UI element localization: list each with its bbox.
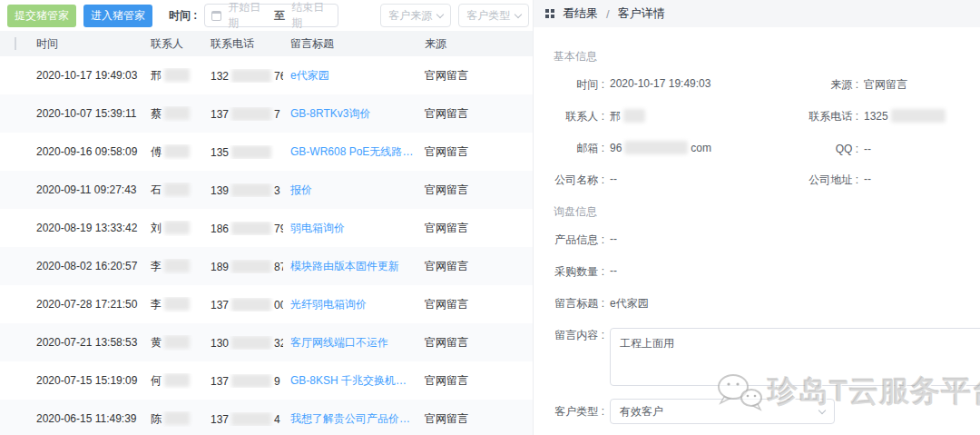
row-message-title-link[interactable]: e代家园 (283, 68, 417, 84)
redacted-phone (231, 69, 271, 83)
customer-source-label: 客户来源 (388, 8, 432, 24)
section-inquiry-info: 询盘信息 (554, 204, 980, 220)
redacted-name (164, 144, 190, 158)
customer-type-select[interactable]: 有效客户 (610, 399, 835, 424)
submit-butler-button[interactable]: 提交猪管家 (7, 5, 76, 27)
redacted-phone (231, 183, 271, 197)
section-basic-info: 基本信息 (554, 49, 980, 64)
table-row[interactable]: 2020-10-07 15:39:11 蔡 1377 GB-8RTKv3询价 官… (0, 94, 533, 133)
row-time: 2020-07-21 13:58:53 (29, 336, 143, 349)
row-time: 2020-09-11 09:27:43 (29, 183, 143, 196)
purchase-quantity-value: -- (610, 264, 617, 277)
row-source: 官网留言 (417, 373, 533, 389)
row-phone: 135 (203, 145, 283, 159)
table-header-row: 时间 联系人 联系电话 留言标题 来源 (0, 31, 533, 56)
redacted-email (624, 141, 688, 154)
row-time: 2020-10-07 15:39:11 (29, 107, 143, 120)
email-label: 邮箱 : (554, 141, 604, 156)
table-row[interactable]: 2020-06-15 11:49:39 陈 1374 我想了解贵公司产品价格方面… (0, 400, 533, 435)
row-phone: 130324 (203, 336, 283, 350)
table-row[interactable]: 2020-10-17 19:49:03 邢 13276 e代家园 官网留言 (0, 56, 533, 94)
redacted-phone (891, 109, 946, 123)
row-message-title-link[interactable]: 弱电箱询价 (283, 221, 417, 236)
phone-value: 1325 (864, 109, 948, 123)
row-message-title-link[interactable]: 客厅网线端口不运作 (283, 335, 417, 351)
row-message-title-link[interactable]: 报价 (283, 183, 417, 198)
customer-type-label: 客户类型 : (554, 404, 604, 420)
row-contact: 李 (143, 259, 203, 274)
row-time: 2020-06-15 11:49:39 (29, 412, 143, 425)
date-range-input[interactable]: 开始日期 至 结束日期 (204, 4, 338, 27)
row-message-title-link[interactable]: GB-8RTKv3询价 (283, 106, 417, 122)
redacted-name (164, 68, 190, 82)
row-phone: 18987 (203, 260, 283, 273)
customer-source-dropdown[interactable]: 客户来源 (380, 4, 451, 27)
row-phone: 13700 (203, 298, 283, 311)
redacted-name (164, 106, 190, 120)
row-phone: 1377 (203, 107, 283, 121)
table-row[interactable]: 2020-07-21 13:58:53 黄 130324 客厅网线端口不运作 官… (0, 323, 533, 361)
detail-breadcrumb-bar: 看结果 / 客户详情 (534, 0, 980, 27)
row-message-title-link[interactable]: 我想了解贵公司产品价格方面的问... (283, 411, 417, 427)
redacted-phone (231, 412, 271, 426)
redacted-name (164, 297, 190, 311)
message-content-textarea[interactable]: 工程上面用 (610, 328, 980, 386)
row-source: 官网留言 (417, 221, 533, 236)
row-contact: 李 (143, 297, 203, 312)
end-date-placeholder[interactable]: 结束日期 (291, 0, 331, 31)
row-contact: 刘 (143, 221, 203, 236)
time-label: 时间 : (554, 77, 604, 93)
redacted-phone (231, 260, 271, 273)
table-row[interactable]: 2020-08-19 13:33:42 刘 18679 弱电箱询价 官网留言 (0, 209, 533, 247)
row-time: 2020-07-15 15:19:09 (29, 374, 143, 387)
row-contact: 蔡 (143, 106, 203, 122)
row-source: 官网留言 (417, 144, 533, 160)
table-row[interactable]: 2020-09-16 09:58:09 傅 135 GB-WR608 PoE无线… (0, 133, 533, 171)
table-row[interactable]: 2020-07-15 15:19:09 何 1379 GB-8KSH 千兆交换机… (0, 361, 533, 400)
row-time: 2020-10-17 19:49:03 (29, 69, 143, 82)
start-date-placeholder[interactable]: 开始日期 (228, 0, 268, 31)
source-label: 来源 : (771, 77, 858, 93)
table-row[interactable]: 2020-07-28 17:21:50 李 13700 光纤弱电箱询价 官网留言 (0, 285, 533, 323)
row-source: 官网留言 (417, 259, 533, 274)
redacted-name (164, 373, 190, 387)
customer-type-label: 客户类型 (466, 8, 510, 24)
redacted-phone (231, 336, 271, 350)
contact-label: 联系人 : (554, 109, 604, 124)
customer-detail-pane: 看结果 / 客户详情 基本信息 时间 : 2020-10-17 19:49:03… (533, 0, 980, 435)
row-time: 2020-07-28 17:21:50 (29, 298, 143, 311)
row-message-title-link[interactable]: GB-8KSH 千兆交换机模块多少钱 (283, 373, 417, 389)
row-message-title-link[interactable]: 光纤弱电箱询价 (283, 297, 417, 312)
select-all-checkbox[interactable] (15, 37, 16, 50)
message-title-label: 留言标题 : (554, 296, 604, 311)
message-content-label: 留言内容 : (554, 328, 604, 343)
email-value: 96com (610, 141, 711, 154)
col-header-contact: 联系人 (143, 36, 203, 52)
time-filter-label: 时间 : (169, 8, 197, 24)
row-message-title-link[interactable]: 模块路由版本固件更新 (283, 259, 417, 274)
chevron-down-icon (818, 406, 826, 413)
qq-label: QQ : (771, 143, 858, 155)
redacted-name (164, 411, 190, 425)
calendar-icon (211, 11, 221, 21)
contact-value: 邢 (610, 109, 648, 124)
table-body: 2020-10-17 19:49:03 邢 13276 e代家园 官网留言 20… (0, 56, 533, 435)
row-source: 官网留言 (417, 335, 533, 351)
purchase-quantity-label: 采购数量 : (554, 264, 604, 280)
chevron-down-icon (514, 10, 522, 17)
breadcrumb-view-results[interactable]: 看结果 (563, 5, 598, 22)
row-source: 官网留言 (417, 68, 533, 84)
table-row[interactable]: 2020-09-11 09:27:43 石 1393 报价 官网留言 (0, 171, 533, 209)
row-contact: 邢 (143, 68, 203, 84)
product-info-value: -- (610, 232, 617, 245)
row-phone: 18679 (203, 222, 283, 235)
redacted-phone (231, 374, 271, 388)
row-contact: 何 (143, 373, 203, 389)
row-phone: 1374 (203, 412, 283, 426)
enter-butler-button[interactable]: 进入猪管家 (83, 5, 152, 27)
row-message-title-link[interactable]: GB-WR608 PoE无线路由模块规格书 (283, 144, 417, 160)
row-contact: 陈 (143, 411, 203, 427)
customer-type-dropdown[interactable]: 客户类型 (458, 4, 529, 27)
time-value: 2020-10-17 19:49:03 (610, 77, 710, 90)
table-row[interactable]: 2020-08-02 16:20:57 李 18987 模块路由版本固件更新 官… (0, 247, 533, 285)
